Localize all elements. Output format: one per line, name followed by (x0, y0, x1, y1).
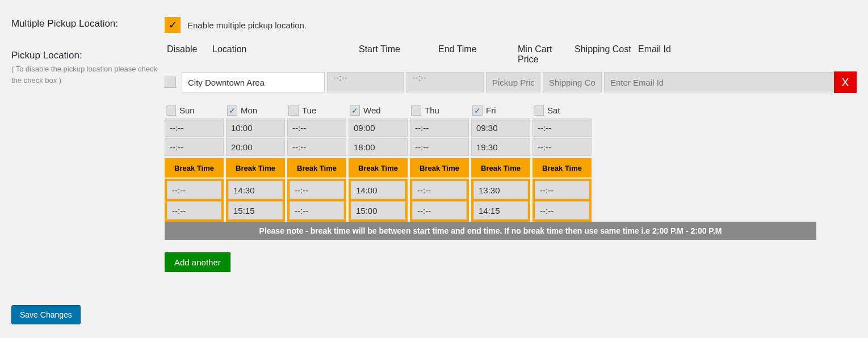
break-start-input[interactable]: 14:00 (351, 181, 405, 199)
header-location: Location (210, 43, 357, 66)
day-label: Sun (179, 105, 195, 115)
break-header: Break Time (532, 158, 592, 178)
day-end-input[interactable]: 18:00 (349, 138, 408, 156)
location-row: --:-- --:-- X (165, 71, 857, 93)
header-disable: Disable (165, 43, 210, 66)
header-end: End Time (436, 43, 515, 66)
location-input[interactable] (182, 72, 325, 92)
day-checkbox-sat[interactable] (534, 105, 544, 116)
mincart-input[interactable] (486, 72, 540, 92)
email-input[interactable] (604, 72, 834, 92)
save-changes-button[interactable]: Save Changes (11, 305, 81, 324)
break-end-input[interactable]: --:-- (412, 201, 467, 219)
day-col-wed: ✓Wed09:0018:00Break Time14:0015:00 (349, 103, 408, 222)
header-mincart: Min Cart Price (515, 43, 572, 66)
day-start-input[interactable]: 09:30 (471, 119, 530, 137)
days-row: Sun--:----:--Break Time--:----:--✓Mon10:… (165, 103, 857, 222)
day-start-input[interactable]: --:-- (165, 119, 224, 137)
day-label: Thu (425, 105, 439, 115)
break-end-input[interactable]: 15:00 (351, 201, 405, 219)
day-start-input[interactable]: 09:00 (349, 119, 408, 137)
break-start-input[interactable]: 13:30 (473, 181, 528, 199)
header-start: Start Time (357, 43, 436, 66)
enable-multiple-text: Enable multiple pickup location. (187, 20, 307, 30)
label-pickup-location: Pickup Location: (11, 50, 165, 61)
start-time-input[interactable]: --:-- (327, 72, 404, 92)
day-start-input[interactable]: --:-- (532, 119, 592, 137)
delete-location-button[interactable]: X (834, 71, 857, 93)
enable-multiple-checkbox[interactable]: ✓ (165, 17, 181, 33)
day-col-fri: ✓Fri09:3019:30Break Time13:3014:15 (471, 103, 530, 222)
break-note: Please note - break time will be between… (165, 222, 816, 240)
locations-header-row: Disable Location Start Time End Time Min… (165, 43, 857, 66)
shipping-input[interactable] (543, 72, 602, 92)
day-checkbox-fri[interactable]: ✓ (472, 105, 483, 116)
break-header: Break Time (287, 158, 346, 178)
day-start-input[interactable]: --:-- (287, 119, 346, 137)
day-col-mon: ✓Mon10:0020:00Break Time14:3015:15 (226, 103, 285, 222)
end-time-input[interactable]: --:-- (406, 72, 484, 92)
break-end-input[interactable]: 14:15 (473, 201, 528, 219)
break-start-input[interactable]: 14:30 (228, 181, 283, 199)
break-header: Break Time (226, 158, 285, 178)
day-label: Wed (363, 105, 381, 115)
break-start-input[interactable]: --:-- (167, 181, 221, 199)
break-header: Break Time (410, 158, 469, 178)
label-pickup-sub: ( To disable the pickup location please … (11, 64, 165, 86)
day-end-input[interactable]: 20:00 (226, 138, 285, 156)
day-col-tue: Tue--:----:--Break Time--:----:-- (287, 103, 346, 222)
day-end-input[interactable]: 19:30 (471, 138, 530, 156)
break-start-input[interactable]: --:-- (535, 181, 589, 199)
day-end-input[interactable]: --:-- (165, 138, 224, 156)
day-col-thu: Thu--:----:--Break Time--:----:-- (410, 103, 469, 222)
day-end-input[interactable]: --:-- (287, 138, 346, 156)
day-col-sat: Sat--:----:--Break Time--:----:-- (532, 103, 592, 222)
day-checkbox-mon[interactable]: ✓ (227, 105, 237, 116)
break-start-input[interactable]: --:-- (290, 181, 344, 199)
day-start-input[interactable]: 10:00 (226, 119, 285, 137)
add-another-button[interactable]: Add another (165, 252, 230, 272)
day-checkbox-sun[interactable] (166, 105, 176, 116)
header-ship: Shipping Cost (572, 43, 634, 66)
break-header: Break Time (165, 158, 224, 178)
day-end-input[interactable]: --:-- (532, 138, 592, 156)
day-end-input[interactable]: --:-- (410, 138, 469, 156)
break-end-input[interactable]: --:-- (535, 201, 589, 219)
break-end-input[interactable]: --:-- (290, 201, 344, 219)
day-checkbox-thu[interactable] (411, 105, 421, 116)
break-header: Break Time (471, 158, 530, 178)
label-multiple-pickup: Multiple Pickup Location: (11, 18, 165, 29)
day-label: Sat (547, 105, 560, 115)
break-end-input[interactable]: --:-- (167, 201, 221, 219)
break-start-input[interactable]: --:-- (412, 181, 467, 199)
day-col-sun: Sun--:----:--Break Time--:----:-- (165, 103, 224, 222)
header-email: Email Id (636, 43, 857, 66)
day-label: Tue (302, 105, 316, 115)
day-checkbox-tue[interactable] (288, 105, 299, 116)
break-end-input[interactable]: 15:15 (228, 201, 283, 219)
day-label: Mon (241, 105, 257, 115)
day-checkbox-wed[interactable]: ✓ (350, 105, 360, 116)
disable-checkbox[interactable] (165, 77, 176, 88)
break-header: Break Time (349, 158, 408, 178)
day-start-input[interactable]: --:-- (410, 119, 469, 137)
day-label: Fri (486, 105, 496, 115)
